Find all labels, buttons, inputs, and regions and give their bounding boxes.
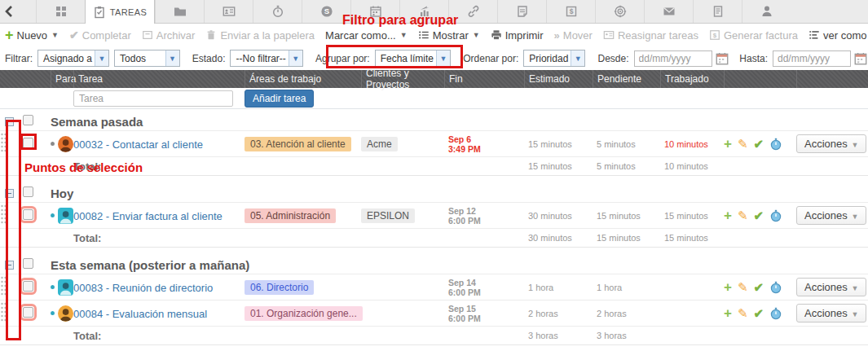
chevrons-right-icon: » [554, 29, 560, 42]
col-areas[interactable]: Áreas de trabajo [245, 70, 361, 88]
imprimir-button[interactable]: Imprimir [491, 29, 544, 42]
check-icon: ✔ [69, 29, 79, 42]
tab-links[interactable] [448, 0, 497, 23]
workspace-tag[interactable]: 01. Organización gene... [245, 306, 363, 321]
complete-check-icon[interactable]: ✔ [754, 306, 764, 321]
filter-value-select[interactable]: Todos ▼ [114, 50, 180, 67]
nuevo-button[interactable]: + Nuevo ▼ [5, 29, 59, 42]
tab-reports[interactable] [399, 0, 448, 23]
desde-input[interactable] [634, 50, 712, 67]
acciones-button[interactable]: Acciones ▼ [796, 134, 866, 153]
col-estimado[interactable]: Estimado [524, 70, 593, 88]
tab-contacts[interactable] [204, 0, 253, 23]
col-trabajado[interactable]: Trabajado [660, 70, 724, 88]
mover-button[interactable]: » Mover [554, 29, 593, 42]
hasta-input[interactable] [773, 50, 851, 67]
filter-type-select[interactable]: Asignado a ▼ [37, 50, 109, 67]
task-checkbox[interactable] [23, 209, 33, 220]
group-checkbox[interactable] [23, 258, 33, 269]
papelera-button[interactable]: Enviar a la papelera [205, 29, 315, 42]
workspace-tag[interactable]: 05. Administración [245, 208, 336, 223]
tab-folder[interactable] [155, 0, 204, 23]
timer-icon[interactable] [769, 138, 782, 151]
tab-invoices[interactable]: $ [546, 0, 595, 23]
task-link[interactable]: 00084 - Evaluación mensual [73, 308, 207, 320]
group-checkbox[interactable] [23, 186, 33, 197]
add-subtask-icon[interactable]: + [724, 307, 732, 320]
task-link[interactable]: 00083 - Reunión de directorio [73, 282, 213, 294]
add-subtask-icon[interactable]: + [724, 138, 732, 151]
drag-handle[interactable] [0, 276, 7, 296]
add-subtask-icon[interactable]: + [724, 281, 732, 294]
task-checkbox[interactable] [23, 281, 33, 292]
acciones-button[interactable]: Acciones ▼ [796, 206, 866, 225]
acciones-button[interactable]: Acciones ▼ [796, 304, 866, 322]
marcar-como-button[interactable]: Marcar como... ▼ [325, 29, 408, 42]
col-pendiente[interactable]: Pendiente [593, 70, 660, 88]
archivar-button[interactable]: Archivar [142, 29, 196, 42]
tab-users[interactable] [742, 0, 791, 23]
generar-factura-button[interactable]: $ Generar factura [709, 29, 798, 42]
chevron-down-icon: ▼ [473, 31, 480, 39]
drag-handle[interactable] [0, 302, 7, 322]
collapse-icon[interactable] [5, 189, 14, 198]
due-date: Sep 126:00 PM [444, 206, 524, 226]
tab-time[interactable] [253, 0, 302, 23]
ver-como-gantt-button[interactable]: ver como Gantt [809, 29, 868, 42]
edit-pencil-icon[interactable]: ✎ [738, 280, 748, 295]
complete-check-icon[interactable]: ✔ [754, 280, 764, 295]
complete-check-icon[interactable]: ✔ [754, 137, 764, 151]
workspace-tag[interactable]: 03. Atención al cliente [245, 137, 351, 151]
tab-notes[interactable] [497, 0, 546, 23]
task-row: 00082 - Enviar factura al cliente 05. Ad… [0, 202, 868, 228]
edit-pencil-icon[interactable]: ✎ [738, 137, 748, 151]
add-subtask-icon[interactable]: + [724, 209, 732, 222]
completar-button[interactable]: ✔ Completar [69, 29, 131, 42]
col-para[interactable]: Para [51, 70, 73, 88]
complete-check-icon[interactable]: ✔ [754, 208, 764, 223]
client-tag[interactable]: Acme [361, 137, 398, 151]
task-link[interactable]: 00082 - Enviar factura al cliente [73, 210, 223, 222]
tab-documents[interactable] [693, 0, 742, 23]
collapse-icon[interactable] [5, 117, 14, 126]
client-tag[interactable]: EPSILON [361, 208, 415, 223]
task-link[interactable]: 00032 - Contactar al cliente [73, 138, 203, 151]
tab-money[interactable]: S [302, 0, 350, 23]
acciones-button[interactable]: Acciones ▼ [796, 278, 866, 296]
edit-pencil-icon[interactable]: ✎ [738, 306, 748, 321]
timer-icon[interactable] [769, 209, 782, 222]
drag-handle[interactable] [0, 204, 7, 224]
mostrar-button[interactable]: Mostrar ▼ [418, 29, 480, 42]
reasignar-button[interactable]: Reasignar tareas [603, 29, 698, 42]
calendar-icon[interactable] [715, 51, 729, 66]
agrupar-select[interactable]: Fecha límite ▼ [375, 50, 451, 67]
task-checkbox[interactable] [23, 138, 33, 148]
tab-mail[interactable] [644, 0, 693, 23]
document-icon [712, 5, 725, 18]
group-checkbox[interactable] [23, 115, 33, 125]
assignee-avatar [58, 279, 73, 296]
workspace-tag[interactable]: 06. Directorio [245, 280, 314, 295]
drag-handle[interactable] [0, 133, 7, 152]
tab-goals[interactable] [595, 0, 644, 23]
task-checkbox[interactable] [23, 307, 33, 318]
tab-calendar[interactable] [350, 0, 399, 23]
add-task-input[interactable] [73, 90, 233, 107]
tab-dashboard[interactable] [36, 0, 85, 23]
tab-tareas[interactable]: TAREAS [85, 0, 155, 24]
ordenar-select[interactable]: Prioridad ▼ [523, 50, 585, 67]
collapse-icon[interactable] [5, 261, 14, 270]
timer-icon[interactable] [769, 281, 782, 294]
calendar-icon[interactable] [853, 51, 868, 66]
back-button[interactable] [0, 0, 36, 23]
col-clientes[interactable]: Clientes y Proyectos [361, 70, 444, 88]
total-estimado: 3 horas [524, 331, 593, 340]
timer-icon[interactable] [769, 307, 782, 320]
col-tarea[interactable]: Tarea [73, 70, 245, 88]
worked-value: 10 minutos [660, 139, 724, 149]
estimated-value: 15 minutos [524, 139, 593, 149]
edit-pencil-icon[interactable]: ✎ [738, 208, 748, 223]
col-fin[interactable]: Fin [444, 70, 524, 88]
add-task-button[interactable]: Añadir tarea [245, 90, 314, 107]
estado-select[interactable]: --No filtrar-- ▼ [230, 50, 302, 67]
